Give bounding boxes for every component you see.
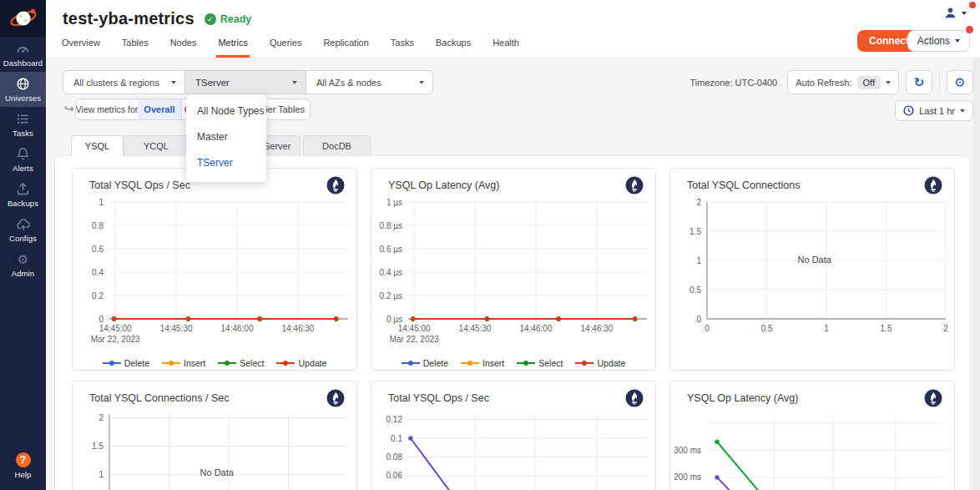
- metric-tab-ycql[interactable]: YCQL: [124, 135, 189, 156]
- legend-item-select[interactable]: Select: [517, 358, 563, 368]
- chart-title: YSQL Op Latency (Avg): [687, 392, 798, 404]
- chart-legend: DeleteInsertSelectUpdate: [371, 358, 655, 368]
- sidebar-item-dashboard[interactable]: Dashboard: [0, 37, 46, 72]
- prometheus-link-icon[interactable]: [924, 176, 942, 194]
- node-type-select[interactable]: TServer: [184, 71, 306, 93]
- sidebar-item-configs[interactable]: Configs: [0, 212, 46, 247]
- sidebar-item-alerts[interactable]: Alerts: [0, 142, 46, 177]
- prometheus-link-icon[interactable]: [625, 389, 644, 407]
- tab-overview[interactable]: Overview: [60, 38, 102, 58]
- legend-item-delete[interactable]: Delete: [402, 358, 448, 368]
- svg-text:2: 2: [696, 198, 701, 207]
- user-menu[interactable]: [944, 7, 967, 19]
- chevron-down-icon: [955, 39, 960, 43]
- chevron-down-icon: [960, 109, 965, 113]
- chart-legend: DeleteInsertSelectUpdate: [73, 358, 356, 368]
- scrollbar-track[interactable]: [973, 58, 980, 490]
- sidebar-item-label: Universes: [5, 93, 41, 103]
- clusters-regions-select[interactable]: All clusters & regions: [63, 71, 184, 93]
- chart-card-2: Total YSQL Connections21.510.5000.511.52…: [669, 168, 955, 371]
- metric-tab-ysql[interactable]: YSQL: [71, 135, 124, 156]
- status-badge: ✓ Ready: [205, 13, 252, 25]
- sidebar-item-tasks[interactable]: Tasks: [0, 107, 46, 142]
- chevron-down-icon: [962, 12, 967, 15]
- chart-plot: 10.80.60.40.2014:45:0014:45:3014:46:0014…: [73, 169, 356, 370]
- svg-text:1.5: 1.5: [690, 227, 701, 236]
- no-data-label: No Data: [798, 255, 832, 265]
- svg-text:0.2: 0.2: [92, 291, 104, 301]
- metric-tab-docdb[interactable]: DocDB: [303, 135, 371, 156]
- chart-card-5: YSQL Op Latency (Avg)300 ms200 ms: [669, 381, 955, 490]
- help-icon: ?: [16, 452, 31, 467]
- timezone-label: Timezone: UTC-0400: [690, 78, 778, 88]
- menu-item-tserver[interactable]: TServer: [186, 150, 266, 176]
- sidebar-item-backups[interactable]: Backups: [0, 177, 46, 212]
- tab-metrics[interactable]: Metrics: [216, 38, 249, 58]
- user-avatar-icon: [944, 7, 957, 19]
- chart-card-3: Total YSQL Connections / Sec21.51No Data: [72, 381, 357, 490]
- svg-text:0.8 µs: 0.8 µs: [380, 221, 402, 230]
- time-range-value: Last 1 hr: [919, 106, 955, 116]
- svg-text:0.5: 0.5: [690, 285, 701, 295]
- legend-item-select[interactable]: Select: [218, 358, 264, 368]
- time-range-wrap: Last 1 hr: [895, 100, 973, 121]
- svg-text:14:45:30: 14:45:30: [459, 324, 492, 333]
- metrics-content: All clusters & regions TServer All AZs &…: [46, 58, 980, 490]
- legend-item-insert[interactable]: Insert: [162, 358, 205, 368]
- time-range-select[interactable]: Last 1 hr: [895, 100, 973, 121]
- svg-text:0.12: 0.12: [386, 415, 403, 424]
- check-icon: ✓: [205, 13, 216, 25]
- sidebar-item-admin[interactable]: ⚙Admin: [0, 247, 46, 282]
- svg-text:Mar 22, 2023: Mar 22, 2023: [390, 335, 439, 344]
- auto-refresh-value: Off: [857, 76, 881, 89]
- chart-card-0: Total YSQL Ops / Sec10.80.60.40.2014:45:…: [72, 168, 357, 371]
- tab-queries[interactable]: Queries: [268, 38, 304, 58]
- legend-label: Insert: [482, 358, 504, 368]
- svg-text:2: 2: [943, 324, 948, 333]
- view-metrics-label: View metrics for: [76, 99, 138, 119]
- sidebar-item-universes[interactable]: Universes: [0, 72, 46, 107]
- tab-health[interactable]: Health: [491, 38, 521, 58]
- refresh-button[interactable]: ↻: [906, 70, 932, 94]
- tab-replication[interactable]: Replication: [321, 38, 370, 58]
- chevron-down-icon: [419, 81, 424, 84]
- sidebar: DashboardUniversesTasksAlertsBackupsConf…: [0, 0, 46, 490]
- upload-icon: [16, 182, 30, 196]
- auto-refresh-select[interactable]: Auto Refresh: Off: [787, 70, 899, 94]
- legend-item-update[interactable]: Update: [276, 358, 326, 368]
- hook-arrow-icon: ↪: [64, 102, 74, 115]
- prometheus-link-icon[interactable]: [326, 176, 345, 194]
- tab-tasks[interactable]: Tasks: [389, 38, 416, 58]
- svg-text:0.1: 0.1: [391, 434, 402, 443]
- sidebar-item-help[interactable]: ? Help: [0, 447, 46, 483]
- legend-label: Select: [538, 358, 563, 368]
- tab-nodes[interactable]: Nodes: [169, 38, 199, 58]
- svg-text:0.4 µs: 0.4 µs: [380, 268, 402, 277]
- actions-button[interactable]: Actions: [907, 30, 970, 52]
- yugabyte-logo[interactable]: [0, 0, 46, 37]
- planet-rocket-icon: [9, 6, 38, 31]
- svg-text:0.6: 0.6: [92, 245, 104, 254]
- view-metrics-segment-overall[interactable]: Overall: [138, 99, 181, 119]
- chevron-down-icon: [886, 81, 891, 84]
- svg-text:14:46:00: 14:46:00: [520, 324, 553, 333]
- svg-text:0.2 µs: 0.2 µs: [380, 291, 402, 301]
- chart-title: YSQL Op Latency (Avg): [388, 179, 499, 191]
- tab-tables[interactable]: Tables: [120, 38, 150, 58]
- legend-item-delete[interactable]: Delete: [103, 358, 149, 368]
- legend-item-update[interactable]: Update: [575, 358, 625, 368]
- legend-label: Update: [298, 358, 326, 368]
- prometheus-link-icon[interactable]: [625, 176, 644, 194]
- tab-backups[interactable]: Backups: [434, 38, 472, 58]
- menu-item-all-node-types[interactable]: All Node Types: [186, 99, 266, 124]
- azs-nodes-select[interactable]: All AZs & nodes: [306, 71, 432, 93]
- prometheus-link-icon[interactable]: [326, 389, 345, 407]
- menu-item-master[interactable]: Master: [186, 124, 266, 150]
- svg-text:0.08: 0.08: [386, 452, 403, 462]
- settings-button[interactable]: ⚙: [947, 70, 973, 94]
- sidebar-items: DashboardUniversesTasksAlertsBackupsConf…: [0, 37, 46, 282]
- chart-title: Total YSQL Ops / Sec: [89, 179, 190, 191]
- legend-item-insert[interactable]: Insert: [461, 358, 504, 368]
- prometheus-link-icon[interactable]: [924, 389, 942, 407]
- svg-text:0.8: 0.8: [92, 221, 104, 230]
